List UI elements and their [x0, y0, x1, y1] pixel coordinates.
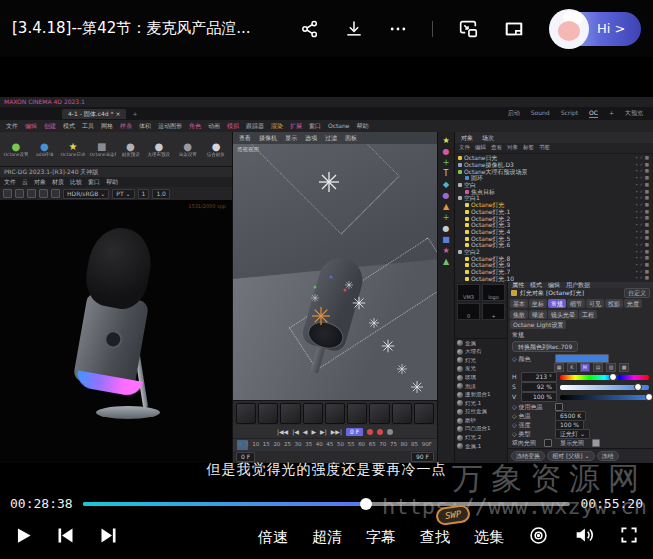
theater-mode-icon[interactable]	[503, 18, 525, 40]
timeline-tick: 55	[348, 442, 355, 448]
lv-num1-field: 1	[138, 189, 150, 199]
c4d-screenshot: MAXON CINEMA 4D 2023.1 4-1 - 固体.c4d * × …	[0, 97, 653, 463]
attribute-tab: 可见	[586, 299, 604, 308]
c4d-menu-item: 动画	[208, 123, 220, 129]
right-lower-panels: VM3logo0+ 金属大理石灯光发光玻璃泡沫漫射混合1灯光.1拉丝金属磨砂凹凸…	[455, 282, 653, 463]
picture-in-picture-icon[interactable]	[457, 18, 479, 40]
lv-tool-icon	[15, 189, 24, 198]
light-gizmo-icon	[369, 318, 379, 328]
c4d-menu-item: 编辑	[25, 123, 37, 129]
play-button[interactable]	[14, 526, 33, 549]
object-tree-row: Octane灯光.7∙ ✓ ■	[455, 269, 653, 276]
mic-knob	[103, 329, 124, 350]
axis-gizmo-dot	[344, 288, 347, 291]
material-thumbnail	[414, 403, 434, 424]
share-icon[interactable]	[300, 19, 320, 39]
viewport-mic-stem	[311, 346, 326, 373]
record-icon	[377, 429, 383, 435]
c4d-menu-item: 跟踪器	[246, 123, 264, 129]
controls-right: 倍速超清字幕查找选集	[258, 524, 639, 550]
current-time: 00:28:38	[10, 496, 73, 511]
material-row: 漫射混合1	[455, 391, 507, 400]
account-pill-button[interactable]: Hi >	[551, 12, 641, 46]
object-manager-menu-item: 标签	[523, 145, 534, 151]
c4d-document-tabs: 4-1 - 固体.c4d * × + 启动SoundScriptOC+大预览	[0, 107, 653, 120]
c4d-menu-bar: 文件编辑创建模式工具网格样条体积运动图形角色动画模拟跟踪器渲染扩展窗口Octan…	[0, 120, 653, 132]
c4d-tab-add: +	[132, 111, 137, 117]
player-text-button[interactable]: 选集	[474, 528, 504, 547]
live-viewer-menu-item: 比较	[70, 179, 82, 185]
color-mode-button: H	[580, 363, 590, 372]
timeline-nav-icon: |◀	[292, 429, 299, 435]
tool-strip-icon: ▲	[443, 258, 449, 266]
c4d-toolbar-button: ★Octane日光	[59, 142, 87, 157]
mic-foam-top	[82, 223, 157, 313]
header-icons: Hi >	[300, 12, 641, 46]
light-gizmo-icon	[311, 294, 319, 302]
attribute-tab: Octane Light设置	[510, 320, 566, 329]
timeline-controls: |◀◀|◀◀▶▶|▶▶| 0 F	[233, 425, 437, 438]
c4d-workspace-tab: 大预览	[625, 110, 643, 118]
light-object-icon	[511, 290, 517, 296]
rendered-microphone	[62, 228, 172, 438]
more-icon[interactable]	[388, 19, 408, 39]
c4d-menu-item: 体积	[139, 123, 151, 129]
c4d-menu-item: 文件	[6, 123, 18, 129]
viewport-menu-item: 摄像机	[259, 135, 277, 141]
timeline-nav-icon: ▶	[311, 429, 316, 435]
object-manager-menu: 文件编辑查看对象标签书签	[455, 143, 653, 154]
player-text-button[interactable]: 倍速	[258, 528, 288, 547]
material-thumbnail	[347, 403, 367, 424]
material-thumbnail	[392, 403, 412, 424]
previous-episode-button[interactable]	[55, 525, 76, 550]
c4d-toolbar-button: ●材质预设	[117, 142, 145, 157]
c4d-menu-item: 模式	[63, 123, 75, 129]
c4d-window-title: MAXON CINEMA 4D 2023.1	[0, 97, 653, 107]
tool-strip-icon: ★	[442, 247, 449, 255]
player-text-button[interactable]: 查找	[420, 528, 450, 547]
timeline-nav-icon: ▶▶|	[331, 429, 342, 435]
volume-icon[interactable]	[573, 524, 595, 550]
player-text-button[interactable]: 超清	[312, 528, 342, 547]
timeline-tick: 10	[252, 442, 259, 448]
object-manager-tab: 对象	[461, 135, 473, 141]
material-row: 玻璃	[455, 373, 507, 382]
light-gizmo-icon	[319, 172, 339, 192]
property-row: ◇ 色温6500 K	[508, 411, 653, 420]
watermark-url: https://www.wxzyw.cn SWP	[382, 494, 647, 519]
c4d-menu-item: 网格	[101, 123, 113, 129]
c4d-workspace-tab: Sound	[531, 110, 550, 118]
hsv-slider-row: H213 °	[508, 372, 653, 382]
hsv-slider-row: S92 %	[508, 382, 653, 392]
progress-thumb[interactable]	[360, 498, 372, 510]
c4d-middle-column: 查看摄像机显示选项过滤面板 透视视图	[232, 132, 437, 463]
attribute-tab: 坐标	[529, 299, 547, 308]
screencast-icon[interactable]	[528, 525, 549, 550]
dual-checkbox-a	[544, 439, 552, 447]
object-manager-menu-item: 编辑	[475, 145, 486, 151]
property-row: ◇ 类型泛光灯 ⌄	[508, 429, 653, 438]
custom-button: 自定义	[624, 288, 650, 298]
c4d-menu-item: 渲染	[271, 123, 283, 129]
controls-row: 倍速超清字幕查找选集	[0, 515, 653, 559]
fullscreen-icon[interactable]	[619, 525, 639, 549]
hsv-slider-row: V100 %	[508, 392, 653, 402]
timeline-tick: 20	[273, 442, 280, 448]
timeline-ruler: 051015202530354045505560657075808590F	[233, 438, 437, 451]
next-episode-button[interactable]	[98, 525, 119, 550]
light-gizmo-icon	[382, 340, 395, 353]
video-player-app: [3.4.18]--第42节：麦克风产品渲... Hi > MAXON CINE…	[0, 0, 653, 559]
video-frame[interactable]: MAXON CINEMA 4D 2023.1 4-1 - 固体.c4d * × …	[0, 57, 653, 492]
timeline-frame-field: 0 F	[346, 428, 363, 436]
player-text-button[interactable]: 字幕	[366, 528, 396, 547]
download-icon[interactable]	[344, 19, 364, 39]
object-tree-row: Octane灯光.10∙ ✓ ■	[455, 275, 653, 282]
c4d-workspace-tab: +	[609, 110, 614, 118]
c4d-menu-item: Octane	[328, 123, 350, 129]
color-row: ◇ 颜色	[508, 354, 653, 363]
player-text-buttons: 倍速超清字幕查找选集	[258, 528, 504, 547]
attribute-object-label: 灯光对象 [Octane灯光]	[520, 290, 584, 296]
color-mode-button: ▩	[619, 363, 629, 372]
object-tree-row: Octane灯光.5∙ ✓ ■	[455, 235, 653, 242]
viewport-menu-item: 选项	[305, 135, 317, 141]
